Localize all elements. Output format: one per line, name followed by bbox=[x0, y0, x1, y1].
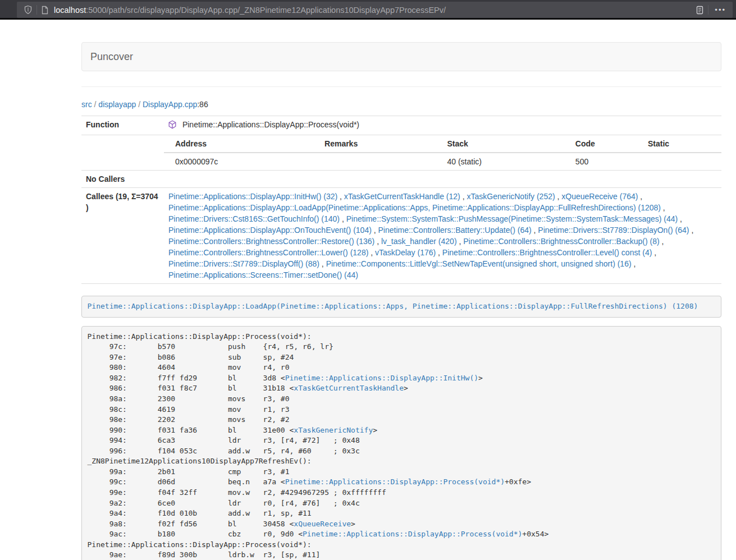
asm-link[interactable]: Pinetime::Applications::DisplayApp::Proc… bbox=[285, 478, 505, 486]
divider bbox=[81, 86, 721, 87]
metrics-spacer bbox=[81, 135, 164, 171]
browser-toolbar: localhost:5000/path/src/displayapp/Displ… bbox=[0, 0, 736, 20]
callee-separator: , bbox=[319, 259, 326, 268]
url-bar[interactable]: localhost:5000/path/src/displayapp/Displ… bbox=[17, 2, 733, 18]
breadcrumb-link[interactable]: src bbox=[81, 100, 92, 109]
callee-separator: , bbox=[368, 248, 375, 257]
asm-link[interactable]: xQueueReceive bbox=[294, 520, 351, 528]
metrics-table: Address Remarks Stack Code Static 0x0000… bbox=[164, 135, 721, 170]
callees-list: Pinetime::Applications::DisplayApp::Init… bbox=[164, 188, 721, 284]
callee-separator: , bbox=[660, 237, 664, 246]
no-callers-label: No Callers bbox=[81, 171, 164, 188]
metrics-value-row: 0x0000097c 40 (static) 500 bbox=[164, 153, 721, 170]
asm-link[interactable]: Pinetime::Applications::DisplayApp::Proc… bbox=[303, 530, 522, 538]
breadcrumb-link[interactable]: displayapp bbox=[98, 100, 136, 109]
page-icon[interactable] bbox=[41, 6, 49, 15]
callee-link[interactable]: Pinetime::Applications::Screens::Timer::… bbox=[168, 270, 358, 279]
callee-separator: , bbox=[689, 226, 694, 235]
metrics-cell: Address Remarks Stack Code Static 0x0000… bbox=[164, 135, 721, 171]
callee-link[interactable]: Pinetime::Drivers::St7789::DisplayOn() (… bbox=[538, 226, 689, 235]
column-header-stack: Stack bbox=[442, 135, 570, 153]
url-text[interactable]: localhost:5000/path/src/displayapp/Displ… bbox=[54, 6, 691, 15]
url-host: localhost bbox=[54, 6, 86, 15]
callee-separator: , bbox=[436, 248, 442, 257]
callee-separator: , bbox=[532, 226, 538, 235]
callee-separator: , bbox=[374, 237, 381, 246]
callee-separator: , bbox=[457, 237, 464, 246]
no-callers-row: No Callers bbox=[81, 171, 721, 188]
function-label: Function bbox=[81, 116, 164, 135]
callee-link[interactable]: Pinetime::Drivers::St7789::DisplayOff() … bbox=[168, 259, 319, 268]
breadcrumb-link[interactable]: DisplayApp.cpp bbox=[143, 100, 197, 109]
breadcrumb: src / displayapp / DisplayApp.cpp:86 bbox=[81, 99, 721, 110]
breadcrumb-separator: / bbox=[136, 100, 143, 109]
breadcrumb-line-number: :86 bbox=[197, 100, 208, 109]
cell-remarks bbox=[320, 153, 442, 170]
callee-link[interactable]: Pinetime::Controllers::Battery::Update()… bbox=[378, 226, 532, 235]
function-name-cell: Pinetime::Applications::DisplayApp::Proc… bbox=[164, 116, 721, 135]
callee-link[interactable]: Pinetime::Controllers::BrightnessControl… bbox=[168, 248, 368, 257]
column-header-address: Address bbox=[164, 135, 320, 153]
callee-separator: , bbox=[678, 214, 682, 223]
callee-link[interactable]: Pinetime::Controllers::BrightnessControl… bbox=[168, 237, 374, 246]
callee-link[interactable]: xTaskGenericNotify (252) bbox=[467, 192, 555, 201]
cell-code: 500 bbox=[571, 153, 643, 170]
toolbar-separator bbox=[36, 5, 37, 15]
breadcrumb-separator: / bbox=[92, 100, 99, 109]
highlight-box: Pinetime::Applications::DisplayApp::Load… bbox=[81, 296, 721, 318]
callee-separator: , bbox=[340, 214, 346, 223]
no-callers-cell bbox=[164, 171, 721, 188]
callee-link[interactable]: xTaskGetCurrentTaskHandle (12) bbox=[344, 192, 460, 201]
callees-label: Callees (19, Σ=3704 ) bbox=[81, 188, 164, 284]
callee-separator: , bbox=[337, 192, 344, 201]
callee-link[interactable]: Pinetime::Components::LittleVgl::SetNewT… bbox=[326, 259, 632, 268]
function-name: Pinetime::Applications::DisplayApp::Proc… bbox=[182, 120, 359, 129]
callee-separator: , bbox=[555, 192, 562, 201]
column-header-code: Code bbox=[571, 135, 643, 153]
more-icon[interactable]: ••• bbox=[712, 6, 728, 13]
cell-stack: 40 (static) bbox=[442, 153, 570, 170]
callee-separator: , bbox=[638, 192, 642, 201]
callee-link[interactable]: Pinetime::Applications::DisplayApp::Load… bbox=[168, 203, 661, 212]
callee-separator: , bbox=[460, 192, 467, 201]
function-table: Function Pinetime::Applications::Display… bbox=[81, 116, 721, 284]
callee-separator: , bbox=[372, 226, 378, 235]
callee-link[interactable]: lv_task_handler (420) bbox=[381, 237, 457, 246]
asm-link[interactable]: xTaskGenericNotify bbox=[294, 426, 373, 434]
asm-link[interactable]: Pinetime::Applications::DisplayApp::Init… bbox=[285, 374, 478, 382]
column-header-static: Static bbox=[643, 135, 721, 153]
column-header-remarks: Remarks bbox=[320, 135, 442, 153]
callee-separator: , bbox=[661, 203, 665, 212]
callee-link[interactable]: Pinetime::Controllers::BrightnessControl… bbox=[442, 248, 652, 257]
callee-link[interactable]: vTaskDelay (176) bbox=[375, 248, 436, 257]
assembly-box: Pinetime::Applications::DisplayApp::Proc… bbox=[81, 326, 721, 560]
page-body: Puncover src / displayapp / DisplayApp.c… bbox=[0, 20, 736, 560]
toolbar-separator-right bbox=[708, 5, 708, 15]
callee-separator: , bbox=[652, 248, 656, 257]
function-cube-icon bbox=[168, 122, 179, 131]
brand-link[interactable]: Puncover bbox=[90, 51, 133, 63]
metrics-row: Address Remarks Stack Code Static 0x0000… bbox=[81, 135, 721, 171]
callee-link[interactable]: Pinetime::Controllers::BrightnessControl… bbox=[463, 237, 659, 246]
callee-link[interactable]: Pinetime::Applications::DisplayApp::OnTo… bbox=[168, 226, 372, 235]
function-row: Function Pinetime::Applications::Display… bbox=[81, 116, 721, 135]
callee-separator: , bbox=[632, 259, 636, 268]
callee-link[interactable]: Pinetime::Applications::DisplayApp::Init… bbox=[168, 192, 337, 201]
callee-link[interactable]: Pinetime::System::SystemTask::PushMessag… bbox=[346, 214, 678, 223]
url-path: :5000/path/src/displayapp/DisplayApp.cpp… bbox=[86, 6, 446, 15]
cell-static bbox=[643, 153, 721, 170]
shield-icon[interactable] bbox=[24, 5, 33, 15]
reader-mode-icon[interactable] bbox=[696, 6, 704, 15]
asm-link[interactable]: xTaskGetCurrentTaskHandle bbox=[294, 384, 404, 392]
navbar: Puncover bbox=[81, 42, 721, 71]
page-container: Puncover src / displayapp / DisplayApp.c… bbox=[81, 42, 721, 560]
cell-address: 0x0000097c bbox=[164, 153, 320, 170]
callee-link[interactable]: xQueueReceive (764) bbox=[561, 192, 638, 201]
callees-row: Callees (19, Σ=3704 ) Pinetime::Applicat… bbox=[81, 188, 721, 284]
highlight-link[interactable]: Pinetime::Applications::DisplayApp::Load… bbox=[88, 302, 698, 310]
callee-link[interactable]: Pinetime::Drivers::Cst816S::GetTouchInfo… bbox=[168, 214, 340, 223]
